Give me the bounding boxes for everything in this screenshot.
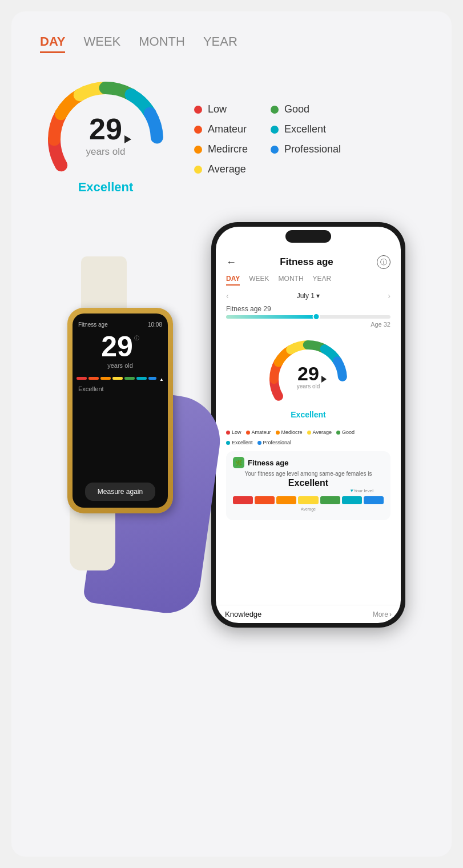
legend-low-label: Low — [208, 103, 227, 115]
bar-mediocre — [100, 377, 111, 380]
more-chevron-icon: › — [389, 610, 392, 618]
phone-tab-week[interactable]: WEEK — [249, 275, 269, 286]
legend-item-professional: Professional — [271, 143, 341, 155]
phone-dot-professional — [257, 441, 261, 445]
phone-tab-year[interactable]: YEAR — [313, 275, 332, 286]
watch-info-icon: ⓘ — [134, 335, 139, 342]
watch-frame: Fitness age 10:08 29 ⓘ years old — [67, 308, 173, 513]
knowledge-label: Knowledge — [225, 610, 261, 618]
phone-gauge: 29 years old Excellent — [263, 333, 354, 425]
level-bar-low — [233, 496, 253, 504]
phone-screen: ← Fitness age ⓘ DAY WEEK MONTH YEAR — [216, 227, 401, 623]
your-level-label: Your level — [353, 488, 373, 493]
more-label: More — [373, 610, 388, 618]
bar-average — [112, 377, 123, 380]
phone-bottom-bar: Knowledge More › — [216, 605, 401, 623]
info-button[interactable]: ⓘ — [377, 255, 390, 269]
phone-legend-amateur: Amateur — [246, 429, 271, 435]
tab-year[interactable]: YEAR — [203, 34, 237, 53]
prev-date-button[interactable]: ‹ — [226, 291, 229, 300]
low-dot — [194, 106, 202, 114]
level-bar-average: Average — [298, 496, 318, 504]
phone-label-amateur: Amateur — [252, 429, 271, 435]
phone-dot-low — [226, 431, 230, 435]
fitness-card-title: Fitness age — [248, 459, 289, 467]
phone-label-excellent: Excellent — [232, 440, 253, 445]
level-bars: Average ▼ — [233, 496, 384, 504]
phone-dot-excellent — [226, 441, 230, 445]
watch-status: Excellent — [78, 385, 104, 392]
age-label: Age 32 — [226, 321, 390, 328]
phone-notch — [285, 230, 331, 243]
bar-amateur — [88, 377, 99, 380]
level-bar-excellent: ▼ — [342, 496, 362, 504]
phone-legend-excellent: Excellent — [226, 440, 253, 445]
watch-top-bar: Fitness age 10:08 — [78, 322, 162, 328]
legend-item-mediocre: Medircre — [194, 143, 248, 155]
watch-bar-arrow: ▲ — [159, 377, 164, 382]
phone-legend-good: Good — [336, 429, 355, 435]
phone-label-average: Average — [313, 429, 332, 435]
legend-item-amateur: Amateur — [194, 123, 248, 135]
bar-good — [124, 377, 135, 380]
smartphone: ← Fitness age ⓘ DAY WEEK MONTH YEAR — [211, 222, 417, 633]
level-bar-good — [320, 496, 340, 504]
legend-mediocre-label: Medircre — [208, 143, 248, 155]
watch-title-label: Fitness age — [78, 322, 108, 328]
legend-item-good: Good — [271, 103, 341, 115]
phone-dot-good — [336, 431, 340, 435]
watch-screen: Fitness age 10:08 29 ⓘ years old — [73, 314, 168, 508]
next-date-button[interactable]: › — [388, 291, 390, 300]
bar-professional — [148, 377, 156, 380]
phone-legend-professional: Professional — [257, 440, 292, 445]
phone-legend-mediocre: Mediocre — [276, 429, 303, 435]
measure-again-button[interactable]: Measure again — [85, 483, 155, 501]
legend-section: Low Amateur Medircre Average G — [194, 103, 341, 175]
phone-gauge-value: 29 — [297, 364, 320, 383]
devices-row: Fitness age 10:08 29 ⓘ years old — [40, 222, 423, 633]
legend-amateur-label: Amateur — [208, 123, 247, 135]
legend-excellent-label: Excellent — [284, 123, 326, 135]
phone-legend-row2: Excellent Professional — [226, 440, 390, 445]
tab-month[interactable]: MONTH — [139, 34, 185, 53]
good-dot — [271, 106, 279, 114]
date-label: July 1 ▾ — [297, 292, 320, 300]
phone-label-low: Low — [232, 429, 241, 435]
phone-tab-month[interactable]: MONTH — [279, 275, 304, 286]
excellent-dot — [271, 126, 279, 134]
watch-color-bar: ▲ — [77, 377, 164, 382]
fitness-card-subtitle: Your fitness age level among same-age fe… — [233, 471, 384, 477]
progress-label: Fitness age 29 — [226, 305, 390, 313]
legend-good-label: Good — [284, 103, 309, 115]
phone-tab-day[interactable]: DAY — [226, 275, 240, 286]
legend-col-1: Low Amateur Medircre Average — [194, 103, 248, 175]
legend-item-excellent: Excellent — [271, 123, 341, 135]
gauge-legend-row: 29 years old Excellent Low Amateur Medir… — [40, 74, 423, 205]
fitness-card-header: 🌿 Fitness age — [233, 457, 384, 468]
average-dot — [194, 166, 202, 174]
more-link[interactable]: More › — [373, 610, 392, 618]
bar-low — [77, 377, 87, 380]
level-bar-professional — [364, 496, 384, 504]
average-sub-label: Average — [301, 507, 316, 511]
period-tabs: DAY WEEK MONTH YEAR — [40, 34, 423, 53]
fitness-age-card: 🌿 Fitness age Your fitness age level amo… — [226, 451, 390, 520]
phone-legend-average: Average — [307, 429, 332, 435]
svg-marker-15 — [321, 376, 327, 383]
tab-day[interactable]: DAY — [40, 34, 65, 53]
legend-item-average: Average — [194, 163, 248, 175]
phone-dot-average — [307, 431, 311, 435]
phone-gauge-center: 29 years old — [297, 364, 320, 389]
back-button[interactable]: ← — [226, 256, 236, 268]
gauge-status: Excellent — [78, 180, 134, 195]
level-bar-amateur — [255, 496, 275, 504]
bar-excellent — [136, 377, 147, 380]
progress-dot — [313, 313, 320, 320]
watch-years-label: years old — [107, 362, 133, 369]
phone-dot-mediocre — [276, 431, 280, 435]
professional-dot — [271, 146, 279, 154]
fitness-level-wrapper: Your level Average — [233, 496, 384, 515]
tab-week[interactable]: WEEK — [83, 34, 120, 53]
gauge-center: 29 years old — [86, 114, 126, 158]
legend-professional-label: Professional — [284, 143, 341, 155]
